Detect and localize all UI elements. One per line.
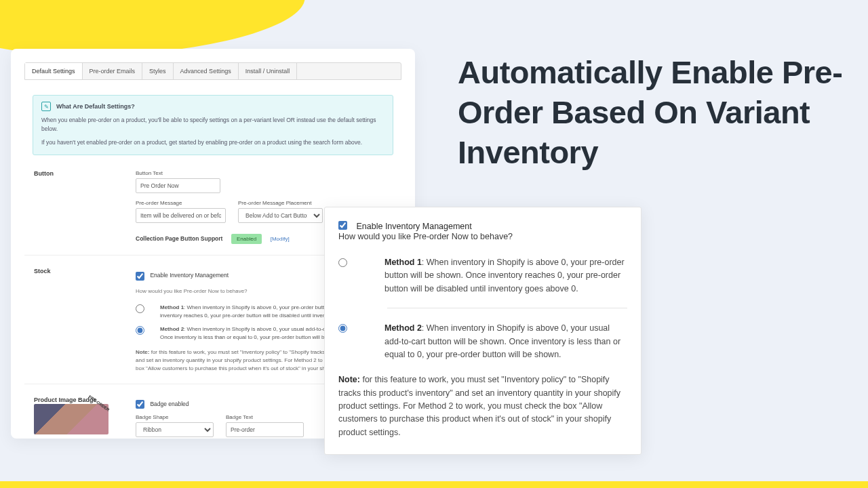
settings-tabs: Default Settings Pre-order Emails Styles…	[24, 62, 401, 80]
method1-description: Method 1: When inventory in Shopify is a…	[384, 256, 627, 296]
section-stock-heading: Stock	[34, 268, 115, 274]
button-text-input[interactable]	[136, 178, 220, 193]
badge-text-label: Badge Text	[226, 414, 304, 420]
preorder-msg-label: Pre-order Message	[136, 200, 226, 206]
preorder-placement-label: Pre-order Message Placement	[238, 200, 323, 206]
info-callout: ✎ What Are Default Settings? When you en…	[33, 95, 393, 155]
section-button-heading: Button	[34, 170, 115, 177]
method2-description: Method 2: When inventory in Shopify is a…	[384, 322, 627, 361]
tab-advanced-settings[interactable]: Advanced Settings	[174, 63, 239, 79]
info-line-2: If you haven't yet enabled pre-order on …	[41, 138, 384, 147]
enable-inventory-check[interactable]	[338, 221, 347, 230]
badge-enabled-check[interactable]	[136, 400, 144, 409]
info-line-1: When you enable pre-order on a product, …	[41, 116, 384, 134]
enable-inventory-checkbox[interactable]: Enable Inventory Management	[338, 222, 472, 231]
method2-radio[interactable]	[338, 324, 347, 333]
inventory-popout-card: Enable Inventory Management How would yo…	[324, 207, 642, 455]
preorder-placement-select[interactable]: Below Add to Cart Button	[238, 208, 323, 223]
enable-inventory-check-small[interactable]	[136, 272, 144, 281]
method2-radio-small[interactable]	[136, 326, 144, 335]
preorder-msg-input[interactable]	[136, 208, 226, 223]
hero-title: Automatically Enable Pre-Order Based On …	[458, 53, 868, 172]
modify-link[interactable]: [Modify]	[271, 236, 290, 242]
enabled-badge: Enabled	[231, 234, 262, 244]
decorative-bottom-bar	[0, 481, 868, 488]
enable-inventory-checkbox-small[interactable]: Enable Inventory Management	[136, 272, 229, 279]
divider	[387, 308, 627, 308]
tab-default-settings[interactable]: Default Settings	[25, 63, 83, 79]
badge-enabled-checkbox[interactable]: Badge enabled	[136, 401, 189, 407]
collection-support-label: Collection Page Button Support	[136, 235, 222, 242]
inventory-note: Note: for this feature to work, you must…	[338, 373, 627, 439]
info-icon: ✎	[41, 102, 51, 111]
badge-shape-select[interactable]: Ribbon	[136, 422, 214, 437]
method1-radio[interactable]	[338, 258, 347, 267]
tab-styles[interactable]: Styles	[142, 63, 174, 79]
tab-preorder-emails[interactable]: Pre-order Emails	[83, 63, 143, 79]
method1-radio-small[interactable]	[136, 304, 144, 313]
badge-text-input[interactable]	[226, 422, 304, 437]
behavior-question: How would you like Pre-order Now to beha…	[338, 232, 627, 241]
tab-install-uninstall[interactable]: Install / Uninstall	[239, 63, 298, 79]
badge-preview-image	[34, 404, 108, 434]
badge-shape-label: Badge Shape	[136, 414, 214, 420]
button-text-label: Button Text	[136, 170, 392, 176]
info-title: What Are Default Settings?	[56, 103, 135, 110]
